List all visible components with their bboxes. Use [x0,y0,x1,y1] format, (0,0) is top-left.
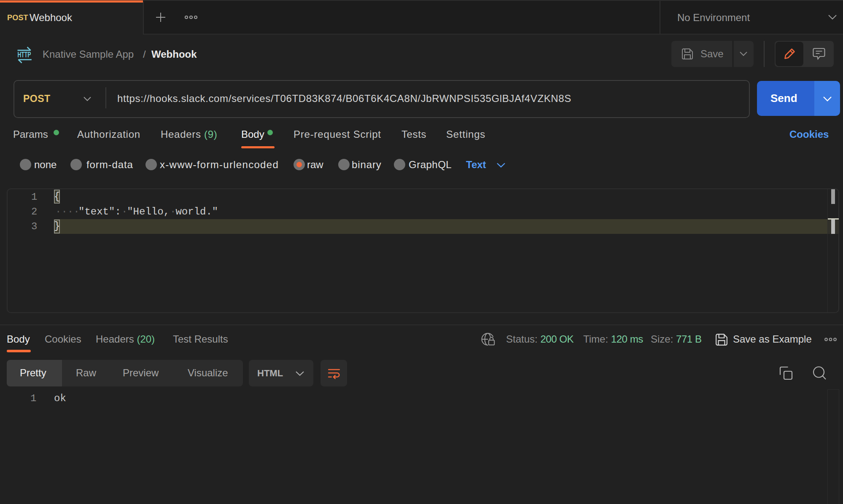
svg-text:HTTP: HTTP [18,50,31,59]
